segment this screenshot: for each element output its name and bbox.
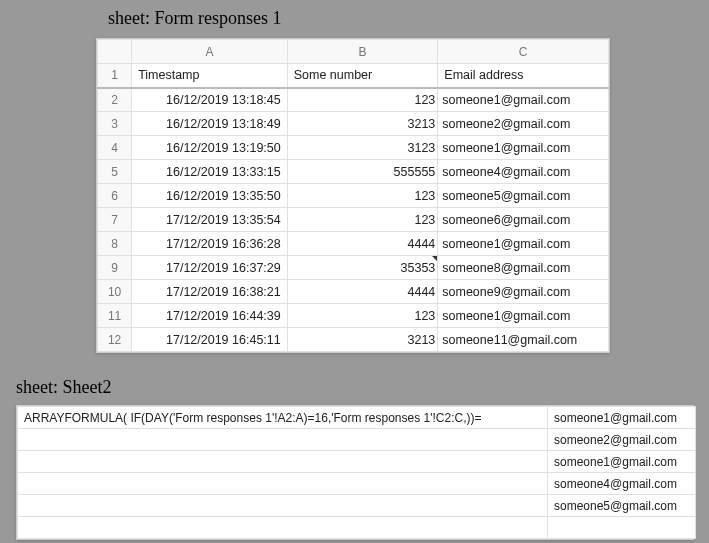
row-header-6[interactable]: 6 [98, 184, 132, 208]
row-header-7[interactable]: 7 [98, 208, 132, 232]
table-row: 817/12/2019 16:36:284444someone1@gmail.c… [98, 232, 609, 256]
table-row: 616/12/2019 13:35:50123someone5@gmail.co… [98, 184, 609, 208]
table-row: someone5@gmail.com [18, 495, 696, 517]
table-row: 516/12/2019 13:33:15555555someone4@gmail… [98, 160, 609, 184]
row-header-1[interactable]: 1 [98, 64, 132, 88]
cell-number[interactable]: 123 [287, 304, 438, 328]
cell-timestamp[interactable]: 17/12/2019 16:45:11 [132, 328, 288, 352]
col-header-A[interactable]: A [132, 40, 288, 64]
empty-cell[interactable] [548, 517, 696, 539]
row-header-9[interactable]: 9 [98, 256, 132, 280]
cell-email[interactable]: someone5@gmail.com [438, 184, 609, 208]
cell-timestamp[interactable]: 16/12/2019 13:33:15 [132, 160, 288, 184]
row-header-8[interactable]: 8 [98, 232, 132, 256]
cell-number[interactable]: 3213 [287, 328, 438, 352]
col-header-C[interactable]: C [438, 40, 609, 64]
cell-number[interactable]: 123 [287, 184, 438, 208]
select-all-corner[interactable] [98, 40, 132, 64]
cell-email[interactable]: someone1@gmail.com [438, 304, 609, 328]
table-row: 1217/12/2019 16:45:113213someone11@gmail… [98, 328, 609, 352]
cell-C1[interactable]: Email address [438, 64, 609, 88]
row-header-11[interactable]: 11 [98, 304, 132, 328]
table-row: 1017/12/2019 16:38:214444someone9@gmail.… [98, 280, 609, 304]
cell-email[interactable]: someone4@gmail.com [438, 160, 609, 184]
sheet1-table[interactable]: A B C 1 Timestamp Some number Email addr… [96, 38, 610, 353]
cell-B1[interactable]: Some number [287, 64, 438, 88]
formula-cell[interactable]: ARRAYFORMULA( IF(DAY('Form responses 1'!… [18, 407, 548, 429]
result-cell[interactable]: someone2@gmail.com [548, 429, 696, 451]
row-header-12[interactable]: 12 [98, 328, 132, 352]
cell-email[interactable]: someone1@gmail.com [438, 88, 609, 112]
sheet2-table[interactable]: ARRAYFORMULA( IF(DAY('Form responses 1'!… [16, 405, 694, 540]
table-row: someone1@gmail.com [18, 451, 696, 473]
result-cell[interactable]: someone4@gmail.com [548, 473, 696, 495]
cell-email[interactable]: someone11@gmail.com [438, 328, 609, 352]
cell-timestamp[interactable]: 16/12/2019 13:18:45 [132, 88, 288, 112]
table-row: 717/12/2019 13:35:54123someone6@gmail.co… [98, 208, 609, 232]
cell-email[interactable]: someone6@gmail.com [438, 208, 609, 232]
cell-email[interactable]: someone1@gmail.com [438, 136, 609, 160]
sheet1-label: sheet: Form responses 1 [108, 8, 281, 29]
cell-timestamp[interactable]: 16/12/2019 13:19:50 [132, 136, 288, 160]
cell-number[interactable]: 4444 [287, 232, 438, 256]
cell-timestamp[interactable]: 17/12/2019 16:36:28 [132, 232, 288, 256]
cell-number[interactable]: 3123 [287, 136, 438, 160]
cell-number[interactable]: 3213 [287, 112, 438, 136]
table-row: 216/12/2019 13:18:45123someone1@gmail.co… [98, 88, 609, 112]
table-row: 917/12/2019 16:37:2935353someone8@gmail.… [98, 256, 609, 280]
table-row: someone4@gmail.com [18, 473, 696, 495]
cell-email[interactable]: someone9@gmail.com [438, 280, 609, 304]
row-header-4[interactable]: 4 [98, 136, 132, 160]
col-header-B[interactable]: B [287, 40, 438, 64]
cell-number[interactable]: 555555 [287, 160, 438, 184]
table-row: ARRAYFORMULA( IF(DAY('Form responses 1'!… [18, 407, 696, 429]
row-header-2[interactable]: 2 [98, 88, 132, 112]
cell-timestamp[interactable]: 17/12/2019 16:37:29 [132, 256, 288, 280]
result-cell[interactable]: someone1@gmail.com [548, 451, 696, 473]
table-row: 316/12/2019 13:18:493213someone2@gmail.c… [98, 112, 609, 136]
empty-cell[interactable] [18, 495, 548, 517]
cell-number[interactable]: 123 [287, 208, 438, 232]
result-cell[interactable]: someone1@gmail.com [548, 407, 696, 429]
cell-email[interactable]: someone2@gmail.com [438, 112, 609, 136]
table-row [18, 517, 696, 539]
cell-number[interactable]: 4444 [287, 280, 438, 304]
empty-cell[interactable] [18, 429, 548, 451]
cell-timestamp[interactable]: 17/12/2019 16:38:21 [132, 280, 288, 304]
row-header-3[interactable]: 3 [98, 112, 132, 136]
table-row: someone2@gmail.com [18, 429, 696, 451]
cell-number[interactable]: 35353 [287, 256, 438, 280]
cell-email[interactable]: someone1@gmail.com [438, 232, 609, 256]
row-header-5[interactable]: 5 [98, 160, 132, 184]
cell-timestamp[interactable]: 16/12/2019 13:18:49 [132, 112, 288, 136]
cell-timestamp[interactable]: 17/12/2019 13:35:54 [132, 208, 288, 232]
cell-A1[interactable]: Timestamp [132, 64, 288, 88]
empty-cell[interactable] [18, 473, 548, 495]
cell-timestamp[interactable]: 16/12/2019 13:35:50 [132, 184, 288, 208]
table-row: 416/12/2019 13:19:503123someone1@gmail.c… [98, 136, 609, 160]
result-cell[interactable]: someone5@gmail.com [548, 495, 696, 517]
sheet2-label: sheet: Sheet2 [16, 377, 111, 398]
table-row: 1117/12/2019 16:44:39123someone1@gmail.c… [98, 304, 609, 328]
empty-cell[interactable] [18, 517, 548, 539]
cell-email[interactable]: someone8@gmail.com [438, 256, 609, 280]
empty-cell[interactable] [18, 451, 548, 473]
cell-timestamp[interactable]: 17/12/2019 16:44:39 [132, 304, 288, 328]
cell-number[interactable]: 123 [287, 88, 438, 112]
row-header-10[interactable]: 10 [98, 280, 132, 304]
